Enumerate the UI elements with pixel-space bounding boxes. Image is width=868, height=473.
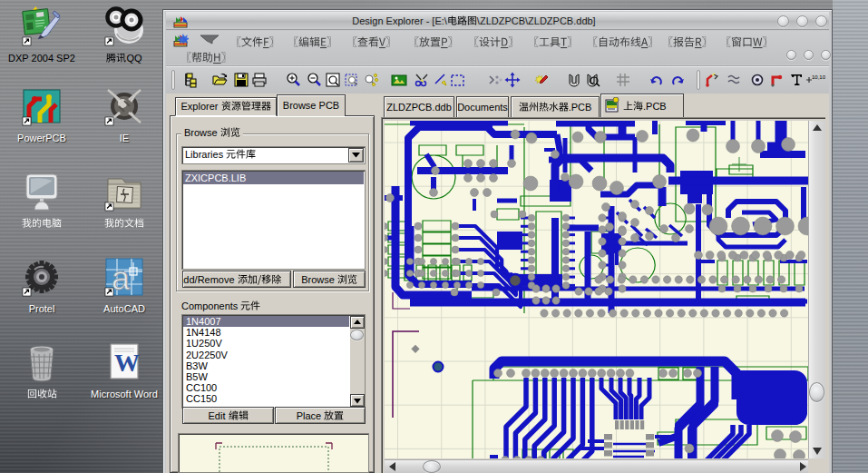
svg-text:10,10: 10,10	[812, 74, 825, 80]
svg-text:W: W	[114, 349, 140, 377]
svg-text:a: a	[112, 260, 131, 297]
